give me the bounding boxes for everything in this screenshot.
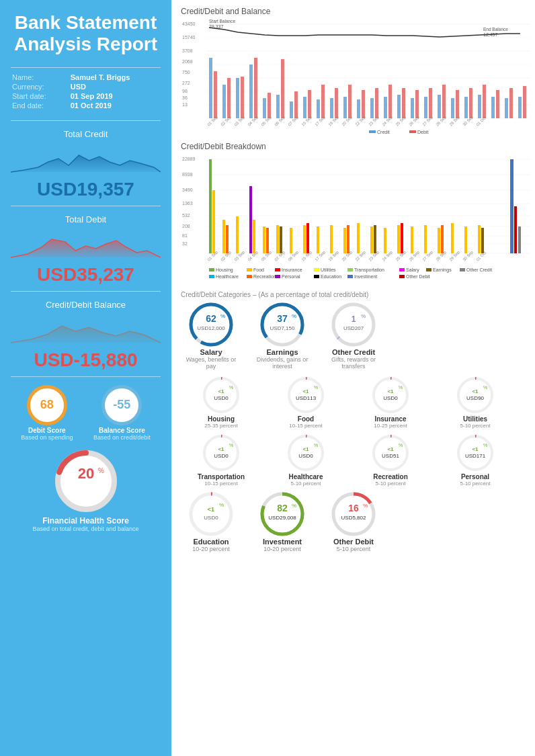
divider-1	[11, 67, 161, 68]
cat-row-4: <1 % USD0 Education 10-20 percent 82 % U…	[181, 491, 526, 552]
svg-text:Salary: Salary	[406, 267, 419, 273]
svg-rect-53	[268, 93, 271, 118]
svg-rect-195	[460, 268, 465, 271]
svg-rect-66	[442, 85, 446, 118]
svg-text:%: %	[229, 385, 233, 390]
svg-rect-30	[276, 95, 280, 118]
cat-earnings-label: Earnings	[252, 348, 313, 356]
end-value: 01 Oct 2019	[71, 101, 159, 110]
svg-rect-29	[263, 98, 266, 118]
svg-rect-126	[290, 228, 292, 253]
svg-rect-197	[399, 275, 405, 278]
svg-rect-135	[374, 225, 376, 253]
svg-rect-122	[263, 226, 265, 253]
svg-text:%: %	[363, 503, 368, 509]
cat-education: <1 % USD0 Education 10-20 percent	[181, 491, 241, 552]
svg-text:Housing: Housing	[216, 267, 233, 273]
svg-text:01 Sep: 01 Sep	[206, 115, 218, 127]
svg-text:22889: 22889	[182, 157, 196, 161]
cat-housing-sub: 25-35 percent	[181, 423, 261, 429]
svg-text:USD113: USD113	[296, 395, 317, 401]
chart2-section: Credit/Debit Breakdown 22889 8938 3490 1…	[181, 142, 526, 286]
svg-text:%: %	[219, 502, 224, 508]
svg-text:USD0: USD0	[383, 395, 398, 401]
svg-text:208: 208	[182, 224, 190, 228]
svg-text:532: 532	[182, 213, 190, 218]
svg-rect-193	[426, 268, 431, 271]
svg-text:22 Sep: 22 Sep	[354, 250, 366, 262]
svg-rect-147	[510, 159, 513, 253]
svg-rect-115	[209, 159, 212, 253]
svg-rect-177	[314, 268, 319, 271]
balance-score-sublabel: Based on credit/debit	[93, 434, 151, 441]
health-score-sublabel: Based on total credit, debit and balance	[11, 526, 161, 532]
divider-2	[11, 120, 161, 121]
start-value: 01 Sep 2019	[71, 92, 159, 100]
svg-rect-40	[411, 98, 414, 118]
svg-rect-44	[464, 97, 468, 118]
cat-food-sub: 10-15 percent	[265, 423, 346, 429]
debit-score-label: Debit Score	[21, 427, 73, 434]
divider-5	[11, 376, 161, 377]
svg-text:%: %	[229, 443, 233, 448]
svg-rect-61	[375, 88, 378, 118]
svg-rect-51	[241, 77, 244, 118]
cat-recreation-label: Recreation	[350, 473, 431, 480]
cat-education-label: Education	[181, 538, 241, 546]
categories-title-text: Credit/Debit Categories	[181, 291, 251, 298]
debit-score-wrap: 68 Debit Score Based on spending	[21, 385, 73, 441]
svg-rect-145	[478, 225, 481, 253]
total-debit-label: Total Debit	[11, 214, 161, 224]
svg-rect-189	[347, 275, 353, 278]
categories-title: Credit/Debit Categories – (As a percenta…	[181, 290, 526, 298]
cat-salary-sub: Wages, benefits or pay	[181, 356, 241, 370]
svg-rect-45	[478, 95, 481, 118]
svg-text:USD0: USD0	[204, 515, 218, 521]
credit-sparkline	[11, 142, 161, 175]
svg-rect-34	[330, 98, 333, 118]
debit-score-circle: 68	[27, 385, 67, 425]
cat-insurance-sub: 10-25 percent	[350, 423, 431, 429]
chart1-title: Credit/Debit and Balance	[181, 7, 526, 16]
cat-food-label: Food	[265, 415, 346, 423]
svg-rect-65	[429, 88, 432, 118]
svg-rect-28	[249, 65, 253, 118]
svg-text:43450: 43450	[182, 22, 196, 26]
svg-text:04 Sep: 04 Sep	[247, 115, 259, 127]
debit-score-value: 68	[40, 398, 54, 412]
svg-text:3708: 3708	[182, 48, 193, 53]
svg-text:25 Sep: 25 Sep	[395, 115, 407, 127]
cat-other-credit-sub: Gifts, rewards or transfers	[323, 356, 384, 370]
balance-score-circle: -55	[101, 385, 142, 425]
cat-insurance: <1 % USD0 Insurance 10-25 percent	[350, 375, 431, 429]
svg-text:<1: <1	[218, 388, 224, 394]
chart2-title: Credit/Debit Breakdown	[181, 142, 526, 151]
debit-sparkline	[11, 227, 161, 261]
svg-text:28 Sep: 28 Sep	[435, 115, 447, 127]
health-score-label: Financial Health Score	[11, 516, 161, 526]
svg-text:03 Sep: 03 Sep	[233, 250, 245, 262]
svg-rect-142	[441, 225, 444, 253]
svg-rect-187	[314, 275, 319, 278]
svg-rect-125	[280, 226, 282, 253]
svg-rect-43	[451, 98, 454, 118]
cat-earnings: 37 % USD7,150 Earnings Dividends, gains …	[252, 301, 313, 370]
cat-investment-sub: 10-20 percent	[252, 546, 313, 552]
meta-end-row: End date: 01 Oct 2019	[12, 101, 159, 110]
svg-rect-143	[451, 223, 454, 253]
svg-text:Education: Education	[321, 274, 341, 279]
svg-rect-183	[247, 275, 252, 278]
cat-housing-label: Housing	[181, 415, 261, 423]
svg-text:<1: <1	[472, 388, 479, 394]
svg-text:<1: <1	[387, 446, 394, 452]
svg-rect-25	[209, 58, 212, 118]
svg-text:27 Sep: 27 Sep	[421, 250, 434, 262]
svg-text:19 Sep: 19 Sep	[327, 115, 339, 127]
svg-text:Earnings: Earnings	[433, 267, 452, 273]
svg-text:USD171: USD171	[465, 453, 486, 459]
svg-text:<1: <1	[472, 446, 479, 452]
svg-rect-55	[294, 91, 298, 118]
svg-text:%: %	[399, 443, 403, 448]
cat-recreation: <1 % USD51 Recreation 5-10 percent	[350, 433, 431, 487]
svg-text:32: 32	[182, 241, 188, 246]
